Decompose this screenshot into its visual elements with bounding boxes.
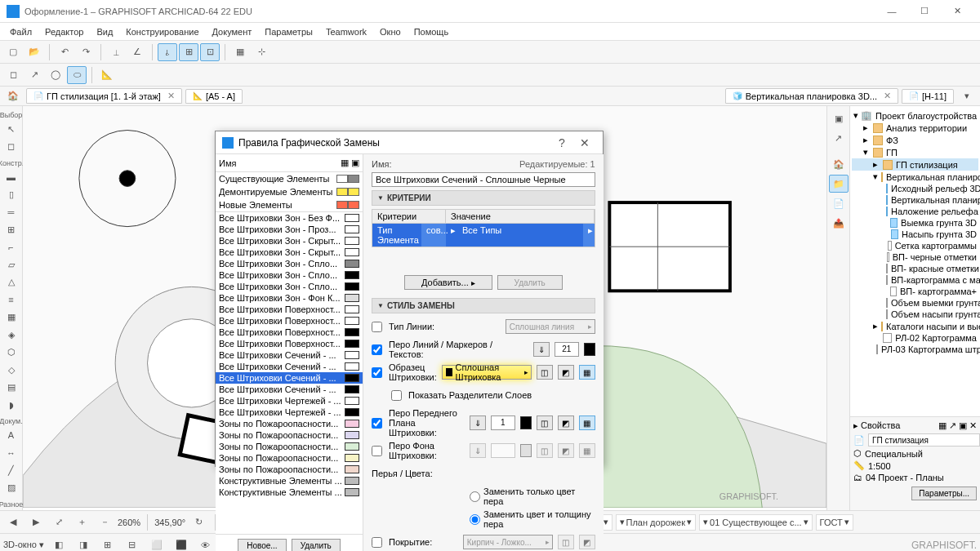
- gost-combo[interactable]: ГОСТ ▾: [816, 514, 853, 531]
- zone-tool-icon[interactable]: ◈: [2, 327, 21, 343]
- fill-tool-icon[interactable]: ▨: [2, 480, 21, 496]
- rule-name-input[interactable]: [372, 172, 595, 187]
- rule-row[interactable]: Все Штриховки Сечений - ...: [216, 384, 363, 395]
- pen-color-weight-radio[interactable]: [470, 514, 480, 525]
- rule-row[interactable]: Конструктивные Элементы ...: [216, 475, 363, 487]
- delete-rule-button[interactable]: Удалить: [292, 539, 341, 551]
- roof-tool-icon[interactable]: △: [2, 274, 21, 291]
- slab-tool-icon[interactable]: ▱: [2, 256, 21, 273]
- coating-combo[interactable]: Кирпич - Ложко...: [463, 535, 553, 549]
- tree-item[interactable]: ▸Каталоги насыпи и выемки: [852, 320, 978, 332]
- new-icon[interactable]: ▢: [3, 43, 23, 61]
- rule-row[interactable]: Все Штриховки Чертежей - ...: [216, 407, 363, 418]
- menu-edit[interactable]: Редактор: [38, 25, 90, 38]
- rule-row[interactable]: Все Штриховки Сечений - ...: [216, 349, 363, 361]
- marquee-tool-icon[interactable]: ◻: [2, 138, 21, 154]
- tree-item[interactable]: ▸ФЗ: [852, 134, 978, 146]
- rule-row[interactable]: Все Штриховки Зон - Скрыт...: [216, 235, 363, 247]
- menu-help[interactable]: Помощь: [408, 25, 456, 38]
- rule-row[interactable]: Зоны по Пожароопасности...: [216, 429, 363, 441]
- fg-pen-swatch[interactable]: [520, 416, 532, 429]
- tree-item[interactable]: РЛ-03 Картограмма штриховка: [852, 344, 978, 355]
- rule-row[interactable]: Все Штриховки Зон - Спло...: [216, 269, 363, 281]
- tree-item[interactable]: ВП-картограмма с маркерами: [852, 274, 978, 286]
- column-tool-icon[interactable]: ▯: [2, 186, 21, 202]
- remove-criterion-button[interactable]: Удалить: [497, 275, 563, 290]
- tree-item[interactable]: Объем насыпи грунта: [852, 309, 978, 320]
- grid-icon[interactable]: ▦: [230, 43, 250, 61]
- door-tool-icon[interactable]: ⌐: [2, 239, 21, 256]
- pen-lines-checkbox[interactable]: [372, 344, 382, 355]
- rule-row[interactable]: Зоны по Пожароопасности...: [216, 418, 363, 429]
- props-icons[interactable]: ▦ ↗ ▣ ✕: [938, 420, 977, 431]
- rule-row[interactable]: Все Штриховки Зон - Спло...: [216, 281, 363, 292]
- rotate-icon[interactable]: ↻: [189, 513, 208, 531]
- menu-teamwork[interactable]: Teamwork: [319, 25, 373, 38]
- text-tool-icon[interactable]: A: [2, 427, 21, 443]
- angle-icon[interactable]: ∠: [127, 43, 147, 61]
- category-new[interactable]: Новые Элементы: [216, 198, 363, 211]
- fg-1-icon[interactable]: ◫: [537, 415, 553, 430]
- rules-list[interactable]: Все Штриховки Зон - Без Ф...Все Штриховк…: [216, 212, 363, 534]
- sel-rect-icon[interactable]: ◻: [3, 66, 23, 84]
- fill-sample-combo[interactable]: Сплошная Штриховка: [442, 365, 532, 380]
- pen-color-only-radio[interactable]: [470, 491, 480, 502]
- stair-tool-icon[interactable]: ≡: [2, 291, 21, 308]
- criteria-section-header[interactable]: КРИТЕРИИ: [372, 190, 595, 206]
- props-name-input[interactable]: [868, 433, 980, 447]
- category-demolished[interactable]: Демонтируемые Элементы: [216, 185, 363, 198]
- line-type-combo[interactable]: Сплошная линия: [506, 319, 595, 334]
- sel-group-icon[interactable]: ⬭: [67, 66, 87, 84]
- window-tool-icon[interactable]: ⊞: [2, 221, 21, 238]
- cb-7-icon[interactable]: 👁: [196, 536, 216, 552]
- tabs-more-icon[interactable]: ▾: [957, 87, 977, 105]
- tree-item[interactable]: ВП- картограмма+: [852, 286, 978, 297]
- rule-row[interactable]: Все Штриховки Зон - Без Ф...: [216, 212, 363, 224]
- reno-combo[interactable]: ▾ 01 Существующее с... ▾: [699, 514, 813, 531]
- 3d-window-combo[interactable]: 3D-окно ▾: [3, 540, 44, 550]
- nav-fwd-icon[interactable]: ▶: [26, 513, 46, 531]
- tree-item[interactable]: ВП- красные отметки: [852, 263, 978, 274]
- dialog-help-button[interactable]: ?: [550, 131, 573, 154]
- tree-item[interactable]: ▸Анализ территории: [852, 122, 978, 134]
- fill-1-icon[interactable]: ◫: [537, 365, 553, 380]
- tree-item[interactable]: ▾Вертикальная планировка: [852, 171, 978, 183]
- zoom-out-icon[interactable]: －: [95, 513, 114, 531]
- rule-row[interactable]: Зоны по Пожароопасности...: [216, 464, 363, 475]
- nav-viewmap-icon[interactable]: 📁: [829, 175, 849, 193]
- fill-2-icon[interactable]: ◩: [558, 365, 574, 380]
- rule-row[interactable]: Все Штриховки Зон - Фон К...: [216, 292, 363, 304]
- fg-3-icon[interactable]: ▦: [579, 415, 595, 430]
- coating-checkbox[interactable]: [372, 537, 382, 548]
- tree-item[interactable]: ▸ГП стилизация: [852, 158, 978, 171]
- tree-item[interactable]: Наложение рельефа 3D: [852, 206, 978, 217]
- measure-icon[interactable]: 📐: [97, 66, 117, 84]
- fg-pen-checkbox[interactable]: [372, 418, 382, 429]
- tree-item[interactable]: ▾ГП: [852, 146, 978, 158]
- dimension-tool-icon[interactable]: ↔: [2, 445, 21, 461]
- morph-tool-icon[interactable]: ◇: [2, 362, 21, 378]
- cb-1-icon[interactable]: ◧: [49, 536, 69, 552]
- tree-item[interactable]: Выемка грунта 3D: [852, 217, 978, 229]
- mesh-tool-icon[interactable]: ▦: [2, 309, 21, 326]
- snap-points-icon[interactable]: ⊡: [200, 43, 220, 61]
- maximize-button[interactable]: ☐: [908, 0, 941, 23]
- nav-pop-icon[interactable]: ↗: [829, 129, 849, 147]
- wall-tool-icon[interactable]: ▬: [2, 169, 21, 185]
- sel-arrow-icon[interactable]: ↗: [24, 66, 44, 84]
- new-rule-button[interactable]: Новое...: [238, 539, 286, 551]
- menu-document[interactable]: Документ: [206, 25, 259, 38]
- nav-back-icon[interactable]: ◀: [3, 513, 23, 531]
- pen-lines-swatch[interactable]: [584, 343, 595, 356]
- bg-pen-checkbox[interactable]: [372, 446, 382, 456]
- navigator-tree[interactable]: ▾ 🏢Проект благоустройства и озеленения ▸…: [850, 106, 980, 416]
- rule-row[interactable]: Все Штриховки Поверхност...: [216, 315, 363, 327]
- cb-6-icon[interactable]: ⬛: [172, 536, 191, 552]
- menu-file[interactable]: Файл: [3, 25, 38, 38]
- add-criterion-button[interactable]: Добавить... ▸: [404, 275, 492, 290]
- cb-4-icon[interactable]: ⊟: [122, 536, 142, 552]
- nav-publisher-icon[interactable]: 📤: [829, 214, 849, 232]
- category-existing[interactable]: Существующие Элементы: [216, 172, 363, 185]
- rule-row[interactable]: Все Штриховки Поверхност...: [216, 338, 363, 349]
- nav-layout-icon[interactable]: 📄: [829, 194, 849, 212]
